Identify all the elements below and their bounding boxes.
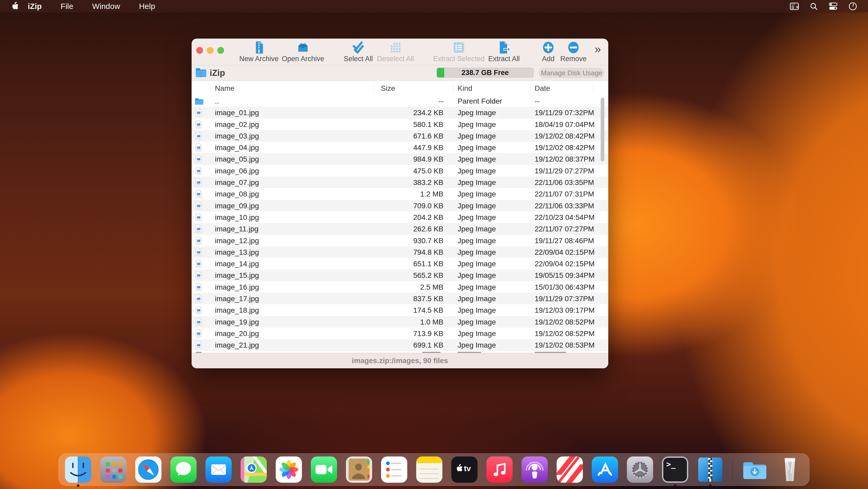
- dock-icon-news[interactable]: [557, 457, 583, 483]
- running-indicator: [709, 484, 712, 487]
- header-separator: [453, 83, 454, 93]
- cell-name: image_08.jpg: [215, 190, 259, 198]
- jpeg-file-icon: [195, 271, 202, 281]
- open-archive-label: Open Archive: [273, 55, 333, 63]
- input-source-icon[interactable]: ⌘: [790, 3, 799, 10]
- menu-item-window[interactable]: Window: [83, 2, 130, 11]
- cell-date: 19/05/15 09:34PM: [535, 271, 595, 280]
- photos-icon: [276, 457, 302, 483]
- apple-menu-icon[interactable]: [10, 2, 18, 11]
- cell-name: image_02.jpg: [215, 120, 259, 129]
- deselect-all-button[interactable]: Deselect All: [365, 41, 426, 63]
- clock-icon[interactable]: [848, 2, 857, 10]
- cell-name: image_19.jpg: [215, 318, 259, 326]
- cell-date: 18/04/19 07:04PM: [535, 120, 595, 129]
- cell-kind: Jpeg Image: [458, 120, 496, 129]
- open-archive-button[interactable]: Open Archive: [273, 41, 333, 63]
- menu-item-izip[interactable]: iZip: [28, 2, 51, 11]
- running-indicator: [77, 484, 80, 487]
- close-button[interactable]: [196, 47, 203, 54]
- dock-icon-photos[interactable]: [276, 457, 302, 483]
- table-row[interactable]: image_13.jpg794.8 KBJpeg Image22/09/04 0…: [192, 246, 608, 258]
- manage-disk-usage-button[interactable]: Manage Disk Usage: [539, 68, 604, 78]
- dock-icon-messages[interactable]: [170, 457, 196, 483]
- cell-name: ..: [215, 97, 219, 106]
- table-row[interactable]: image_15.jpg565.2 KBJpeg Image19/05/15 0…: [192, 269, 608, 281]
- menu-item-help[interactable]: Help: [129, 2, 164, 11]
- dock-icon-maps[interactable]: [241, 457, 267, 483]
- cell-size: 713.9 KB: [373, 329, 443, 338]
- table-row[interactable]: image_05.jpg984.9 KBJpeg Image19/12/02 0…: [192, 153, 608, 165]
- menu-item-file[interactable]: File: [51, 2, 83, 11]
- spotlight-icon[interactable]: [810, 2, 818, 10]
- svg-text:tv: tv: [464, 464, 471, 473]
- table-row[interactable]: image_21.jpg699.1 KBJpeg Image19/12/02 0…: [192, 339, 608, 351]
- cell-date: 19/12/02 08:53PM: [535, 341, 595, 349]
- cell-kind: Jpeg Image: [458, 237, 496, 245]
- control-center-icon[interactable]: [829, 2, 838, 10]
- dock-icon-safari[interactable]: [135, 457, 161, 483]
- dock-icon-finder[interactable]: [65, 457, 91, 483]
- table-row[interactable]: image_18.jpg174.5 KBJpeg Image19/12/03 0…: [192, 304, 608, 316]
- dock-icon-tv[interactable]: tv: [451, 457, 477, 483]
- cell-name: image_21.jpg: [215, 341, 259, 349]
- table-row[interactable]: image_17.jpg837.5 KBJpeg Image19/11/29 0…: [192, 293, 608, 304]
- table-row[interactable]: image_19.jpg1.0 MBJpeg Image19/12/02 08:…: [192, 316, 608, 328]
- cell-size: 709.0 KB: [373, 202, 443, 210]
- table-row[interactable]: image_04.jpg447.9 KBJpeg Image19/12/02 0…: [192, 142, 608, 153]
- dock-icon-trash[interactable]: [777, 457, 803, 483]
- cell-name: image_01.jpg: [215, 109, 259, 117]
- table-row[interactable]: image_08.jpg1.2 MBJpeg Image22/11/07 07:…: [192, 188, 608, 200]
- table-row[interactable]: image_14.jpg651.1 KBJpeg Image22/09/04 0…: [192, 258, 608, 269]
- table-row[interactable]: image_11.jpg262.6 KBJpeg Image22/11/07 0…: [192, 223, 608, 234]
- dock-icon-podcasts[interactable]: [522, 457, 548, 483]
- cell-size: 234.2 KB: [373, 109, 443, 117]
- dock-icon-music[interactable]: [487, 457, 513, 483]
- header-separator: [593, 83, 594, 93]
- table-row[interactable]: image_01.jpg234.2 KBJpeg Image19/11/29 0…: [192, 107, 608, 118]
- column-header-date[interactable]: Date: [535, 84, 550, 93]
- table-row[interactable]: image_02.jpg580.1 KBJpeg Image18/04/19 0…: [192, 119, 608, 130]
- jpeg-file-icon: [195, 155, 202, 164]
- table-row[interactable]: image_03.jpg671.6 KBJpeg Image19/12/02 0…: [192, 130, 608, 142]
- dock-icon-contacts[interactable]: [346, 457, 372, 483]
- table-row[interactable]: image_09.jpg709.0 KBJpeg Image22/11/06 0…: [192, 200, 608, 211]
- table-row[interactable]: image_12.jpg930.7 KBJpeg Image19/11/27 0…: [192, 235, 608, 246]
- cell-kind: Jpeg Image: [458, 132, 496, 140]
- table-row[interactable]: ..--Parent Folder--: [192, 95, 608, 107]
- jpeg-file-icon: [195, 248, 202, 257]
- column-header-size[interactable]: Size: [381, 84, 395, 93]
- dock-icon-downloads[interactable]: [742, 457, 768, 483]
- remove-button[interactable]: Remove: [543, 41, 603, 63]
- cell-date: 22/11/06 03:33PM: [535, 202, 594, 210]
- dock-icon-mail[interactable]: [206, 457, 232, 483]
- cell-size: 984.9 KB: [373, 155, 443, 164]
- dock-icon-launchpad[interactable]: [100, 457, 126, 483]
- dock-icon-reminders[interactable]: [381, 457, 407, 483]
- table-row[interactable]: image_16.jpg2.5 MBJpeg Image15/01/30 06:…: [192, 281, 608, 293]
- zoom-button[interactable]: [217, 47, 224, 54]
- cell-size: 383.2 KB: [373, 178, 443, 187]
- table-row[interactable]: image_10.jpg204.2 KBJpeg Image22/10/23 0…: [192, 211, 608, 223]
- dock-icon-settings[interactable]: [627, 457, 653, 483]
- cell-date: 19/12/02 08:37PM: [535, 155, 595, 164]
- dock-icon-facetime[interactable]: [311, 457, 337, 483]
- table-row[interactable]: image_07.jpg383.2 KBJpeg Image22/11/06 0…: [192, 177, 608, 188]
- launchpad-icon: [100, 457, 126, 483]
- cell-size: 2.5 MB: [373, 283, 443, 291]
- table-row[interactable]: image_06.jpg475.0 KBJpeg Image19/11/29 0…: [192, 165, 608, 177]
- dock-icon-izip[interactable]: [697, 457, 723, 483]
- scrollbar-thumb[interactable]: [601, 97, 604, 161]
- terminal-icon: >_: [662, 457, 688, 483]
- column-header-name[interactable]: Name: [215, 84, 235, 93]
- izip-app-icon: [195, 67, 207, 79]
- dock-icon-appstore[interactable]: [592, 457, 618, 483]
- dock-icon-notes[interactable]: [416, 457, 442, 483]
- dock-icon-terminal[interactable]: >_: [662, 457, 688, 483]
- cell-size: 671.6 KB: [373, 132, 443, 140]
- svg-text:>_: >_: [666, 460, 676, 469]
- table-row[interactable]: image_20.jpg713.9 KBJpeg Image19/12/02 0…: [192, 328, 608, 339]
- cell-kind: Jpeg Image: [458, 202, 496, 210]
- minimize-button[interactable]: [207, 47, 214, 54]
- column-header-kind[interactable]: Kind: [458, 84, 472, 93]
